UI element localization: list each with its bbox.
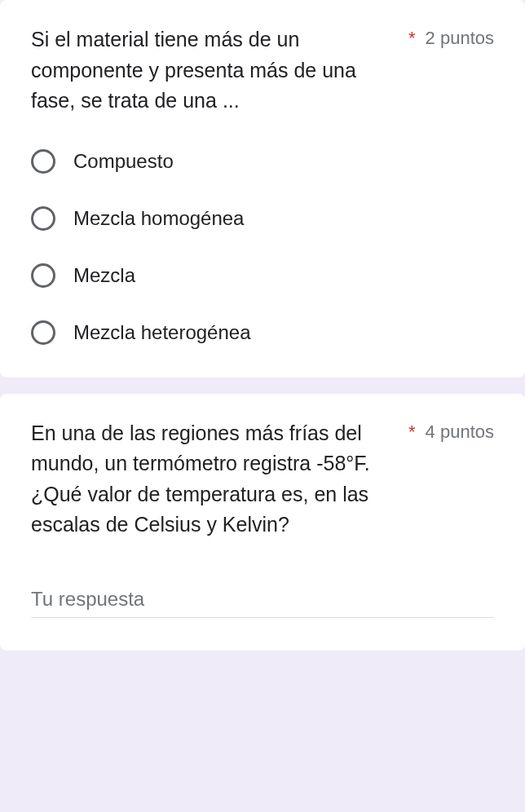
answer-input[interactable] xyxy=(31,581,494,618)
radio-icon xyxy=(31,149,55,174)
question-header: En una de las regiones más frías del mun… xyxy=(31,418,494,541)
required-asterisk: * xyxy=(408,26,416,51)
radio-icon xyxy=(31,320,55,345)
required-asterisk: * xyxy=(408,420,416,445)
radio-icon xyxy=(31,206,55,231)
points-label: 4 puntos xyxy=(426,420,494,445)
option-label: Mezcla heterogénea xyxy=(73,321,250,344)
question-card-2: En una de las regiones más frías del mun… xyxy=(0,394,525,651)
option-label: Mezcla xyxy=(73,264,135,287)
option-label: Compuesto xyxy=(73,150,174,173)
option-compuesto[interactable]: Compuesto xyxy=(31,149,494,174)
question-text: Si el material tiene más de un component… xyxy=(31,24,399,117)
question-card-1: Si el material tiene más de un component… xyxy=(0,0,525,377)
options-group: Compuesto Mezcla homogénea Mezcla Mezcla… xyxy=(31,149,494,345)
option-label: Mezcla homogénea xyxy=(73,207,244,230)
radio-icon xyxy=(31,263,55,288)
option-mezcla-heterogenea[interactable]: Mezcla heterogénea xyxy=(31,320,494,345)
option-mezcla[interactable]: Mezcla xyxy=(31,263,494,288)
question-text: En una de las regiones más frías del mun… xyxy=(31,418,399,541)
text-input-wrapper xyxy=(31,581,494,618)
points-label: 2 puntos xyxy=(426,26,494,51)
question-header: Si el material tiene más de un component… xyxy=(31,24,494,117)
option-mezcla-homogenea[interactable]: Mezcla homogénea xyxy=(31,206,494,231)
